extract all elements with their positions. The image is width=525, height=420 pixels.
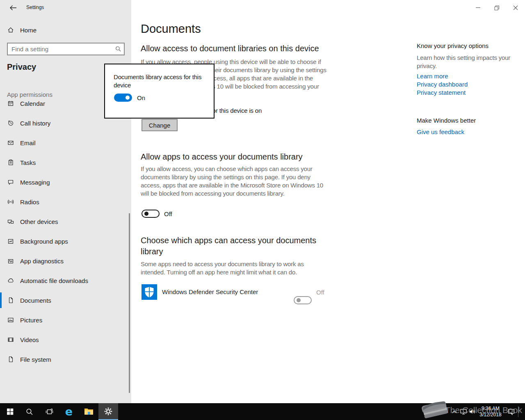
tray-show-hidden-icons-chevron[interactable] <box>450 403 459 420</box>
taskbar: e 9:36 AM 3/12 <box>0 403 525 420</box>
screen: { "titlebar": { "app_title": "Settings" … <box>0 0 525 420</box>
section2-body: If you allow access, you can choose whic… <box>141 165 327 198</box>
sidebar-group-label: App permissions <box>7 91 52 98</box>
learn-more-link[interactable]: Learn more <box>417 73 448 80</box>
sidebar-item-messaging[interactable]: Messaging <box>0 174 131 190</box>
privacy-options-body: Learn how this setting impacts your priv… <box>417 54 515 70</box>
sidebar-item-label: Videos <box>20 336 39 343</box>
give-feedback-link[interactable]: Give us feedback <box>417 128 464 135</box>
sidebar-item-label: Radios <box>20 199 39 205</box>
apps-access-toggle-label: Off <box>164 210 172 217</box>
sidebar-item-label: Calendar <box>20 101 45 107</box>
toggle-knob <box>126 96 130 100</box>
restore-button[interactable] <box>487 0 506 16</box>
section3-heading: Choose which apps can access your docume… <box>141 235 321 257</box>
sidebar-item-label: Messaging <box>20 179 50 186</box>
file-explorer-button[interactable] <box>79 403 98 420</box>
show-desktop-divider[interactable] <box>518 406 518 417</box>
app-name: Windows Defender Security Center <box>162 288 258 295</box>
restore-icon <box>494 5 500 11</box>
network-icon <box>460 409 467 415</box>
back-button[interactable] <box>6 2 21 13</box>
section1-heading: Allow access to document libraries on th… <box>141 44 319 53</box>
apps-access-toggle[interactable] <box>142 210 160 218</box>
speaker-icon <box>469 409 476 415</box>
documents-access-flyout: Documents library access for this device… <box>104 64 215 119</box>
other-devices-icon <box>7 218 14 225</box>
sidebar-item-label: Tasks <box>20 159 36 166</box>
clock-date: 3/12/2018 <box>479 412 501 418</box>
cloud-download-icon <box>7 277 14 284</box>
sidebar-scrollbar[interactable] <box>129 213 130 393</box>
search-input[interactable] <box>7 43 125 55</box>
sidebar-item-radios[interactable]: Radios <box>0 194 131 210</box>
search-icon <box>26 408 33 415</box>
device-access-toggle-label: On <box>137 94 145 101</box>
sidebar-item-tasks[interactable]: Tasks <box>0 154 131 171</box>
edge-icon: e <box>65 406 73 417</box>
sidebar-item-label: App diagnostics <box>20 258 64 265</box>
chevron-up-icon <box>452 410 457 413</box>
change-button[interactable]: Change <box>142 119 178 131</box>
tasks-icon <box>7 159 14 166</box>
file-system-icon <box>7 356 14 363</box>
tray-clock[interactable]: 9:36 AM 3/12/2018 <box>476 403 505 420</box>
edge-button[interactable]: e <box>59 403 79 420</box>
start-button[interactable] <box>0 403 20 420</box>
sidebar-item-email[interactable]: Email <box>0 135 131 151</box>
flyout-label: Documents library access for this device <box>114 73 208 89</box>
settings-taskbar-button[interactable] <box>98 403 118 420</box>
sidebar-item-other-devices[interactable]: Other devices <box>0 213 131 230</box>
videos-icon <box>7 336 14 343</box>
sidebar-item-pictures[interactable]: Pictures <box>0 312 131 328</box>
calendar-icon <box>7 101 14 107</box>
home-icon <box>7 27 14 33</box>
defender-access-toggle[interactable] <box>294 296 312 304</box>
sidebar-item-automatic-file-downloads[interactable]: Automatic file downloads <box>0 272 131 289</box>
privacy-statement-link[interactable]: Privacy statement <box>417 89 466 96</box>
sidebar-item-label: Other devices <box>20 218 58 225</box>
back-arrow-icon <box>9 5 17 11</box>
window-title: Settings <box>26 5 44 10</box>
messaging-icon <box>7 179 14 185</box>
make-windows-better-title: Make Windows better <box>417 117 476 124</box>
sidebar-scroll-viewport: Calendar Call history Email Tasks Messag… <box>0 101 131 394</box>
privacy-dashboard-link[interactable]: Privacy dashboard <box>417 81 468 88</box>
change-button-label: Change <box>149 122 171 129</box>
sidebar-item-background-apps[interactable]: Background apps <box>0 233 131 249</box>
app-diagnostics-icon <box>7 258 14 264</box>
clock-time: 9:36 AM <box>482 406 500 412</box>
sidebar-item-label: File system <box>20 356 51 363</box>
task-view-button[interactable] <box>39 403 59 420</box>
tray-network-button[interactable] <box>459 403 468 420</box>
defender-toggle-label: Off <box>316 289 324 296</box>
radios-icon <box>7 199 14 205</box>
close-icon <box>513 5 518 10</box>
sidebar-section-title: Privacy <box>7 62 36 72</box>
email-icon <box>7 139 14 146</box>
minimize-icon <box>476 7 480 8</box>
device-access-toggle[interactable] <box>114 94 132 102</box>
pictures-icon <box>7 317 14 323</box>
search-icon[interactable] <box>115 46 121 52</box>
defender-shield-icon <box>142 284 157 300</box>
privacy-options-title: Know your privacy options <box>417 42 488 49</box>
sidebar-item-file-system[interactable]: File system <box>0 351 131 368</box>
gear-icon <box>104 407 113 416</box>
action-center-button[interactable] <box>506 403 516 420</box>
task-view-icon <box>46 409 53 415</box>
sidebar-item-home[interactable]: Home <box>0 22 131 38</box>
close-button[interactable] <box>506 0 525 16</box>
page-title: Documents <box>141 22 201 36</box>
sidebar-item-videos[interactable]: Videos <box>0 331 131 348</box>
sidebar-item-app-diagnostics[interactable]: App diagnostics <box>0 253 131 269</box>
search-box <box>7 43 125 55</box>
taskbar-search-button[interactable] <box>20 403 39 420</box>
home-label: Home <box>20 27 37 34</box>
file-explorer-icon <box>84 408 94 415</box>
toggle-knob <box>144 212 148 216</box>
sidebar-item-documents[interactable]: Documents <box>0 292 131 308</box>
minimize-button[interactable] <box>468 0 487 16</box>
action-center-icon <box>508 409 515 415</box>
document-icon <box>7 297 14 304</box>
